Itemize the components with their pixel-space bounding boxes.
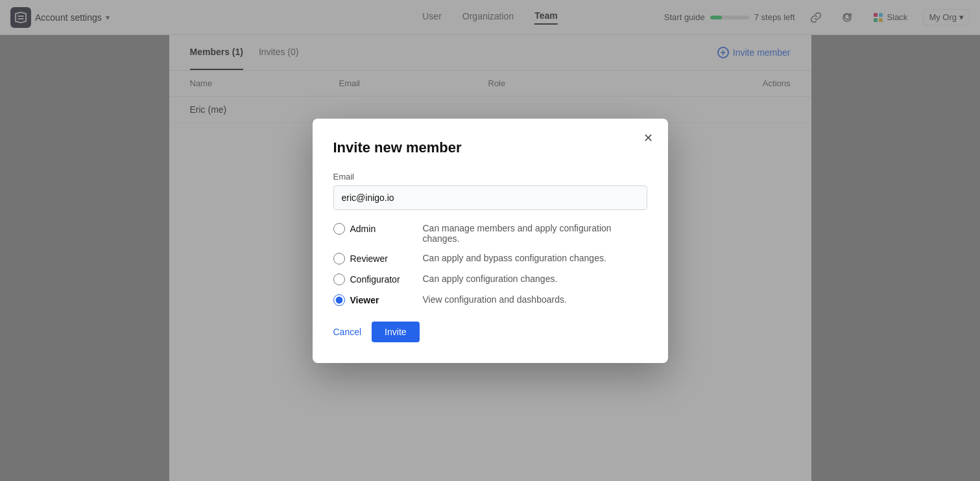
role-desc-reviewer: Can apply and bypass configuration chang… (418, 253, 606, 263)
invite-button[interactable]: Invite (372, 322, 419, 342)
role-name-reviewer: Reviewer (350, 253, 388, 264)
role-label-viewer[interactable]: Viewer (333, 294, 418, 306)
modal-title: Invite new member (333, 139, 647, 156)
role-label-reviewer[interactable]: Reviewer (333, 253, 418, 264)
role-desc-viewer: View configuration and dashboards. (418, 294, 567, 305)
role-label-admin[interactable]: Admin (333, 223, 418, 235)
modal-close-button[interactable]: ✕ (639, 129, 658, 147)
role-row-configurator: Configurator Can apply configuration cha… (333, 274, 647, 285)
roles-section: Admin Can manage members and apply confi… (333, 223, 647, 306)
email-input[interactable] (333, 185, 647, 210)
modal-overlay: ✕ Invite new member Email Admin Can mana… (0, 0, 980, 481)
modal-actions: Cancel Invite (333, 322, 647, 342)
role-desc-admin: Can manage members and apply configurati… (418, 223, 647, 244)
role-name-admin: Admin (350, 224, 376, 234)
role-radio-reviewer[interactable] (333, 253, 345, 264)
email-label: Email (333, 172, 647, 182)
role-name-configurator: Configurator (350, 274, 400, 285)
role-desc-configurator: Can apply configuration changes. (418, 274, 558, 284)
invite-modal: ✕ Invite new member Email Admin Can mana… (313, 119, 668, 363)
cancel-button[interactable]: Cancel (333, 327, 362, 337)
role-name-viewer: Viewer (350, 295, 379, 305)
role-radio-admin[interactable] (333, 223, 345, 235)
role-label-configurator[interactable]: Configurator (333, 274, 418, 285)
role-radio-viewer[interactable] (333, 294, 345, 306)
role-row-viewer: Viewer View configuration and dashboards… (333, 294, 647, 306)
role-radio-configurator[interactable] (333, 274, 345, 285)
role-row-admin: Admin Can manage members and apply confi… (333, 223, 647, 244)
role-row-reviewer: Reviewer Can apply and bypass configurat… (333, 253, 647, 264)
